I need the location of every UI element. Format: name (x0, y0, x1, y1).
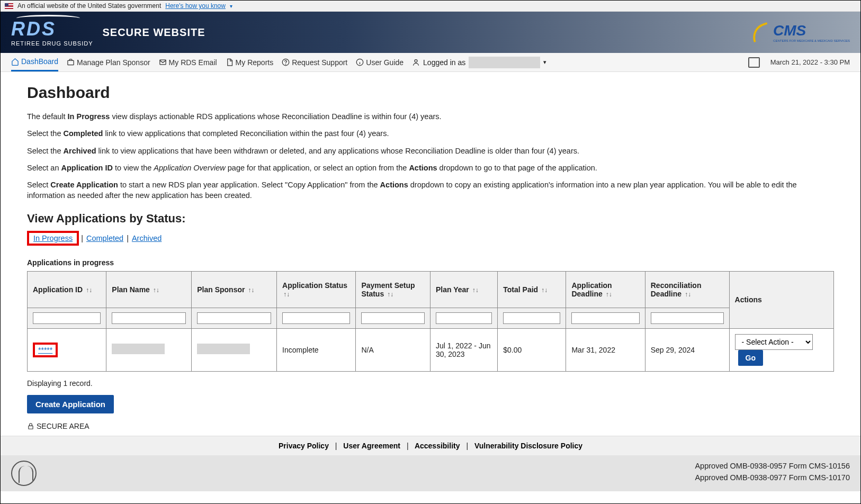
filter-total-paid[interactable] (503, 312, 560, 324)
gov-banner-link[interactable]: Here's how you know (165, 2, 226, 10)
sort-icon: ↑↓ (248, 286, 254, 294)
filter-app-deadline[interactable] (571, 312, 639, 324)
cell-total-paid: $0.00 (498, 328, 566, 371)
filter-recon-deadline[interactable] (651, 312, 724, 324)
user-name-redacted (469, 57, 540, 68)
cms-subtitle: CENTERS FOR MEDICARE & MEDICAID SERVICES (773, 39, 850, 42)
th-payment-status[interactable]: Payment Setup Status ↑↓ (356, 271, 431, 308)
briefcase-icon (67, 58, 75, 66)
svg-rect-6 (29, 426, 33, 429)
sort-icon: ↑↓ (606, 291, 612, 298)
cell-plan-year: Jul 1, 2022 - Jun 30, 2023 (430, 328, 497, 371)
chevron-down-icon[interactable]: ▾ (230, 3, 232, 9)
th-plan-year[interactable]: Plan Year ↑↓ (430, 271, 497, 308)
footer-accessibility[interactable]: Accessibility (415, 442, 460, 450)
lock-icon (27, 422, 34, 430)
chevron-down-icon[interactable]: ▾ (543, 59, 546, 66)
filter-plan-name[interactable] (112, 312, 186, 324)
th-app-status[interactable]: Application Status ↑↓ (277, 271, 356, 308)
document-icon (226, 58, 234, 66)
user-icon (412, 58, 420, 66)
filter-row (28, 308, 834, 328)
cell-app-deadline: Mar 31, 2022 (566, 328, 645, 371)
nav-my-reports[interactable]: My Reports (226, 54, 274, 71)
intro-p4: Select an Application ID to view the App… (27, 163, 834, 173)
cms-logo: CMS CENTERS FOR MEDICARE & MEDICAID SERV… (751, 22, 850, 42)
sort-icon: ↑↓ (86, 286, 92, 294)
filter-plan-sponsor[interactable] (197, 312, 271, 324)
page-title: Dashboard (27, 84, 834, 102)
rds-logo: RDS RETIREE DRUG SUBSIDY SECURE WEBSITE (11, 18, 205, 47)
th-actions: Actions (729, 271, 833, 328)
hhs-seal-icon (11, 461, 37, 486)
view-by-status-heading: View Applications by Status: (27, 212, 834, 226)
go-button[interactable]: Go (738, 350, 763, 366)
secure-area: SECURE AREA (27, 422, 834, 430)
logged-in-user[interactable]: Logged in as ▾ (412, 57, 546, 68)
intro-p3: Select the Archived link to view applica… (27, 146, 834, 156)
filter-app-id[interactable] (33, 312, 101, 324)
main-content: Dashboard The default In Progress view d… (1, 72, 860, 436)
th-app-id[interactable]: Application ID ↑↓ (28, 271, 106, 308)
th-recon-deadline[interactable]: Reconciliation Deadline ↑↓ (645, 271, 729, 308)
gov-banner-text: An official website of the United States… (17, 2, 161, 10)
th-plan-name[interactable]: Plan Name ↑↓ (106, 271, 192, 308)
th-plan-sponsor[interactable]: Plan Sponsor ↑↓ (192, 271, 277, 308)
nav-request-support[interactable]: Request Support (282, 54, 347, 71)
nav-dashboard[interactable]: DashBoard (11, 53, 58, 71)
footer-bottom: Approved OMB-0938-0957 Form CMS-10156 Ap… (1, 455, 860, 491)
app-id-link[interactable]: ***** (38, 346, 52, 354)
th-total-paid[interactable]: Total Paid ↑↓ (498, 271, 566, 308)
intro-p5: Select Create Application to start a new… (27, 179, 834, 201)
action-select[interactable]: - Select Action - (735, 334, 813, 350)
secure-website-title: SECURE WEBSITE (102, 26, 205, 39)
sort-icon: ↑↓ (541, 286, 548, 294)
site-header: RDS RETIREE DRUG SUBSIDY SECURE WEBSITE … (1, 12, 860, 53)
footer-links: Privacy Policy | User Agreement | Access… (1, 436, 860, 455)
svg-point-3 (285, 64, 286, 65)
rds-subtitle: RETIREE DRUG SUBSIDY (11, 40, 93, 47)
print-icon[interactable] (748, 57, 760, 68)
svg-point-5 (415, 60, 417, 62)
info-circle-icon (356, 58, 364, 66)
create-application-button[interactable]: Create Application (27, 395, 114, 413)
filter-plan-year[interactable] (436, 312, 492, 324)
footer-user-agreement[interactable]: User Agreement (343, 442, 400, 450)
sort-icon: ↑↓ (685, 291, 691, 298)
link-in-progress[interactable]: In Progress (33, 234, 73, 242)
omb-approval: Approved OMB-0938-0957 Form CMS-10156 Ap… (695, 461, 850, 486)
mail-icon (159, 58, 167, 66)
nav-manage-plan-sponsor[interactable]: Manage Plan Sponsor (67, 54, 150, 71)
footer-privacy[interactable]: Privacy Policy (279, 442, 329, 450)
highlight-app-id: ***** (33, 343, 58, 357)
plan-name-redacted (112, 344, 165, 354)
svg-rect-0 (68, 60, 74, 65)
intro-p2: Select the Completed link to view applic… (27, 128, 834, 139)
footer-vdp[interactable]: Vulnerability Disclosure Policy (474, 442, 582, 450)
sort-icon: ↑↓ (153, 286, 159, 294)
rds-mark-icon: RDS (11, 18, 56, 40)
link-completed[interactable]: Completed (86, 234, 123, 242)
help-circle-icon (282, 58, 290, 66)
home-icon (11, 58, 19, 66)
intro-p1: The default In Progress view displays ac… (27, 111, 834, 122)
plan-sponsor-redacted (197, 344, 250, 354)
sort-icon: ↑↓ (387, 291, 393, 298)
table-title: Applications in progress (27, 258, 834, 267)
us-flag-icon (5, 3, 13, 9)
th-app-deadline[interactable]: Application Deadline ↑↓ (566, 271, 645, 308)
link-archived[interactable]: Archived (132, 234, 162, 242)
filter-payment-status[interactable] (361, 312, 425, 324)
gov-banner: An official website of the United States… (1, 1, 860, 12)
cms-swoosh-icon (749, 22, 772, 43)
sort-icon: ↑↓ (472, 286, 479, 294)
table-row: ***** Incomplete N/A Jul 1, 2022 - Jun 3… (28, 328, 834, 371)
cell-app-status: Incomplete (277, 328, 356, 371)
filter-app-status[interactable] (282, 312, 350, 324)
sort-icon: ↑↓ (283, 291, 290, 298)
nav-user-guide[interactable]: User Guide (356, 54, 403, 71)
record-count: Displaying 1 record. (27, 379, 834, 388)
nav-my-rds-email[interactable]: My RDS Email (159, 54, 217, 71)
cell-payment-status: N/A (356, 328, 431, 371)
status-filter-links: In Progress | Completed | Archived (27, 231, 834, 246)
